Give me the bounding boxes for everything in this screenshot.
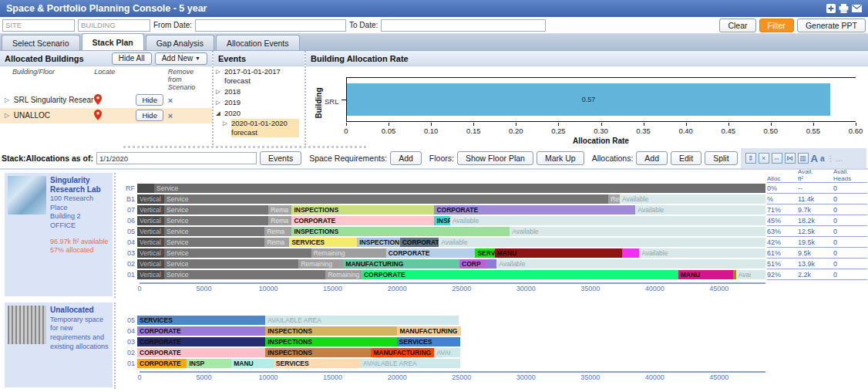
segment-corporate[interactable]: CORPORATE <box>137 348 265 357</box>
collapse-columns-icon[interactable]: ⋈ <box>785 153 796 164</box>
remove-icon[interactable]: × <box>168 111 207 120</box>
segment-available-area[interactable]: AVAILABLE AREA <box>361 359 460 368</box>
building-card-unallocated[interactable]: Unallocated Temporary space for new requ… <box>5 302 113 387</box>
segment-manufacturing[interactable]: MANUFACTURING <box>343 259 459 269</box>
tab-select-scenario[interactable]: Select Scenario <box>2 35 80 50</box>
segment-service[interactable]: Service <box>164 194 608 204</box>
segment-inspections[interactable]: INSPECTIONS <box>265 348 371 357</box>
segment-rema[interactable]: Rema <box>268 205 291 215</box>
segment-remaining[interactable]: Remaining <box>325 270 361 279</box>
segment-corporate[interactable]: CORPORATE <box>386 248 476 258</box>
segment-corporate[interactable]: CORPORATE <box>137 359 187 368</box>
event-item[interactable]: ◢2020 <box>214 108 304 119</box>
segment-insp[interactable]: INSP <box>187 359 231 368</box>
segment-corporate[interactable]: CORPORATE <box>137 326 265 336</box>
segment-service[interactable]: Service <box>164 270 325 279</box>
add-new-button[interactable]: Add New ▼ <box>155 52 207 65</box>
segment-available[interactable]: Available <box>639 248 765 258</box>
segment-manu[interactable]: MANU <box>231 359 274 368</box>
segment-corporate[interactable]: CORPORATE <box>362 270 678 279</box>
segment-vertical[interactable]: Vertical <box>137 270 164 279</box>
segment-service[interactable]: Service <box>164 259 298 269</box>
building-input[interactable] <box>78 19 150 32</box>
more-icon[interactable]: ⋮… <box>827 154 844 163</box>
segment-available[interactable]: Available <box>450 216 765 225</box>
segment-inspections[interactable]: INSPECTIONS <box>291 227 510 236</box>
segment-available[interactable]: Available <box>439 238 765 247</box>
from-date-input[interactable] <box>195 19 346 32</box>
segment-service[interactable]: Service <box>164 227 264 236</box>
events-button[interactable]: Events <box>260 151 301 165</box>
segment-vertical[interactable]: Vertical <box>137 194 164 204</box>
add-icon[interactable] <box>826 4 836 13</box>
site-input[interactable] <box>2 19 75 32</box>
segment-available[interactable]: Available <box>620 194 765 204</box>
segment-vertical[interactable]: Vertical <box>137 259 164 269</box>
segment-corporate[interactable]: CORPORATE <box>434 205 635 215</box>
segment-service[interactable]: Service <box>164 238 264 247</box>
segment-vertical[interactable]: Vertical <box>137 238 164 247</box>
segment-services[interactable]: SERVICES <box>137 316 265 325</box>
locate-pin-icon[interactable] <box>94 110 136 122</box>
font-increase-icon[interactable]: A <box>811 153 818 164</box>
segment-available[interactable]: Available <box>510 227 765 236</box>
tree-expanded-icon[interactable]: ◢ <box>216 109 224 117</box>
segment-service[interactable]: Service <box>154 184 765 193</box>
locate-pin-icon[interactable] <box>94 94 136 106</box>
tab-stack-plan[interactable]: Stack Plan <box>82 33 144 50</box>
segment-available-area[interactable]: AVAILABLE AREA <box>265 316 459 325</box>
card-splitter[interactable] <box>114 173 116 298</box>
allocations-add-button[interactable]: Add <box>636 151 668 165</box>
segment-manufacturing[interactable]: MANUFACTURING <box>371 348 434 357</box>
segment-avai[interactable]: AVAI <box>434 348 459 357</box>
event-item[interactable]: ▷2020-01-01-2020 forecast <box>220 118 304 138</box>
segment-inspections[interactable]: INSPECTIONS <box>265 337 396 346</box>
tab-allocation-events[interactable]: Allocation Events <box>216 35 300 50</box>
to-date-input[interactable] <box>381 19 546 32</box>
event-item[interactable]: ▷2019 <box>214 97 304 108</box>
split-button[interactable]: Split <box>705 151 737 165</box>
tree-collapsed-icon[interactable]: ▷ <box>216 67 224 75</box>
segment-rema[interactable]: Rema <box>268 216 291 225</box>
segment-serv[interactable]: SERV <box>475 248 494 258</box>
segment-services[interactable]: SERVICES <box>274 359 361 368</box>
font-decrease-icon[interactable]: a <box>820 154 825 163</box>
event-item[interactable]: ▷2017-01-01-2017 forecast <box>214 66 304 86</box>
building-row[interactable]: ▷SRL Singularity Research LabHide× <box>0 93 212 108</box>
segment-available[interactable]: Available <box>635 205 765 215</box>
segment-manufacturing[interactable]: MANUFACTURING <box>397 326 460 336</box>
mark-up-button[interactable]: Mark Up <box>537 151 584 165</box>
tree-collapsed-icon[interactable]: ▷ <box>223 119 231 127</box>
card-splitter[interactable] <box>114 302 116 389</box>
filter-button[interactable]: Filter <box>759 19 794 32</box>
segment-available[interactable]: Available <box>496 259 765 269</box>
segment-services[interactable]: SERVICES <box>397 337 460 346</box>
hide-button[interactable]: Hide <box>136 110 163 121</box>
panel-splitter-grip[interactable] <box>123 146 366 148</box>
segment-block[interactable] <box>486 259 496 269</box>
segment-inspections[interactable]: INSPECTIONS <box>265 326 397 336</box>
segment-service[interactable]: Service <box>164 205 268 215</box>
segment-rema[interactable]: Rema <box>264 238 289 247</box>
segment-remaining[interactable]: Remaining <box>298 259 343 269</box>
expander-icon[interactable]: ▷ <box>5 96 14 103</box>
segment-block[interactable] <box>622 248 639 258</box>
edit-button[interactable]: Edit <box>671 151 701 165</box>
segment-insp[interactable]: INSP <box>434 216 449 225</box>
segment-vertical[interactable]: Vertical <box>137 205 164 215</box>
expand-columns-icon[interactable]: ⇔ <box>772 153 782 164</box>
remove-icon[interactable]: × <box>168 96 207 105</box>
floor-plan-icon[interactable]: ▥ <box>798 153 809 164</box>
segment-services[interactable]: SERVICES <box>289 238 357 247</box>
segment-corporate[interactable]: CORPORATE <box>400 238 439 247</box>
generate-ppt-button[interactable]: Generate PPT <box>797 19 866 32</box>
segment-rema[interactable]: Rema <box>608 194 620 204</box>
segment-corporate[interactable]: CORPORATE <box>291 216 434 225</box>
collapse-rows-icon[interactable]: × <box>759 153 769 164</box>
segment-service[interactable]: Service <box>164 216 268 225</box>
segment-vertical[interactable]: Vertical <box>137 216 164 225</box>
expand-rows-icon[interactable]: ⇕ <box>745 153 756 164</box>
segment-remaining[interactable]: Remaining <box>311 248 386 258</box>
segment-service[interactable]: Service <box>164 248 311 258</box>
hide-button[interactable]: Hide <box>136 94 163 106</box>
